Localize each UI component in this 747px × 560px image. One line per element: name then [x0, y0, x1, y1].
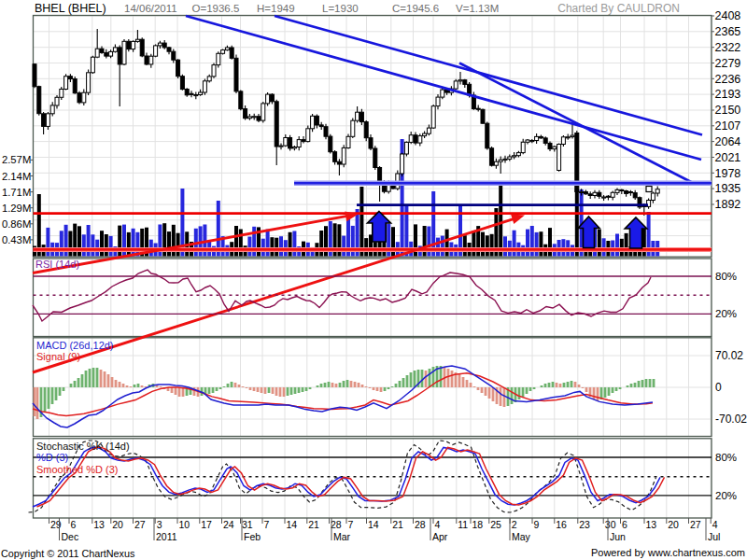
svg-text:Smoothed %D (3): Smoothed %D (3) — [36, 464, 118, 475]
svg-text:Charted By CAULDRON: Charted By CAULDRON — [557, 2, 680, 15]
svg-text:0.86M: 0.86M — [2, 218, 31, 230]
svg-text:RSI (14d): RSI (14d) — [35, 259, 79, 270]
svg-text:2.57M: 2.57M — [2, 154, 31, 165]
svg-text:29: 29 — [50, 519, 62, 530]
svg-text:0: 0 — [715, 381, 722, 394]
svg-text:1.71M: 1.71M — [2, 187, 31, 198]
svg-text:0.43M: 0.43M — [2, 234, 31, 245]
svg-text:13: 13 — [93, 519, 105, 530]
svg-text:17: 17 — [201, 519, 212, 530]
svg-text:1892: 1892 — [715, 198, 741, 211]
svg-text:2.14M: 2.14M — [2, 171, 31, 182]
svg-text:25: 25 — [490, 519, 501, 530]
svg-text:11: 11 — [458, 519, 468, 530]
svg-text:Signal (9): Signal (9) — [36, 351, 80, 362]
svg-text:9: 9 — [534, 519, 540, 530]
svg-text:6: 6 — [71, 519, 77, 530]
svg-text:27: 27 — [690, 519, 701, 530]
svg-text:80%: 80% — [715, 271, 737, 282]
svg-text:1.29M: 1.29M — [2, 203, 31, 214]
svg-text:4: 4 — [435, 519, 441, 530]
svg-text:Jun: Jun — [610, 531, 626, 542]
svg-text:23: 23 — [579, 519, 590, 530]
svg-text:30: 30 — [605, 519, 616, 530]
svg-text:2150: 2150 — [715, 104, 741, 117]
svg-text:21: 21 — [392, 519, 403, 530]
svg-text:Powered by www.chartnexus.com: Powered by www.chartnexus.com — [591, 547, 745, 558]
svg-text:2236: 2236 — [715, 73, 741, 86]
svg-text:Mar: Mar — [333, 531, 351, 542]
svg-text:Copyright © 2011 ChartNexus: Copyright © 2011 ChartNexus — [1, 548, 135, 559]
svg-text:80%: 80% — [715, 452, 737, 463]
svg-text:20%: 20% — [715, 308, 737, 319]
svg-text:7: 7 — [348, 519, 354, 530]
svg-text:2193: 2193 — [715, 88, 741, 101]
svg-text:L=1930: L=1930 — [322, 3, 359, 14]
svg-text:2365: 2365 — [715, 25, 741, 38]
svg-text:24: 24 — [223, 519, 234, 530]
svg-text:2064: 2064 — [715, 135, 741, 148]
svg-text:70.02: 70.02 — [715, 349, 743, 362]
svg-text:14: 14 — [368, 519, 379, 530]
svg-text:10: 10 — [179, 519, 190, 530]
svg-text:O=1936.5: O=1936.5 — [192, 3, 240, 14]
svg-text:2021: 2021 — [715, 151, 741, 164]
svg-text:Stochastic %K (14d): Stochastic %K (14d) — [36, 441, 130, 452]
svg-text:13: 13 — [646, 519, 657, 530]
svg-text:H=1949: H=1949 — [257, 3, 295, 14]
svg-text:V=1.13M: V=1.13M — [456, 3, 499, 14]
svg-text:3: 3 — [157, 519, 162, 530]
svg-text:16: 16 — [556, 519, 567, 530]
svg-text:2107: 2107 — [715, 119, 741, 133]
svg-text:20: 20 — [112, 519, 123, 530]
svg-text:2: 2 — [512, 519, 517, 530]
svg-text:2322: 2322 — [715, 41, 741, 54]
svg-text:2279: 2279 — [715, 57, 741, 70]
svg-text:28: 28 — [331, 519, 342, 530]
svg-text:28: 28 — [415, 519, 426, 530]
svg-text:4: 4 — [712, 519, 718, 530]
svg-text:14/06/2011: 14/06/2011 — [124, 3, 177, 14]
svg-text:2011: 2011 — [156, 531, 177, 542]
svg-text:7: 7 — [264, 519, 270, 530]
svg-text:C=1945.6: C=1945.6 — [392, 3, 439, 14]
svg-text:20: 20 — [668, 519, 679, 530]
svg-text:14: 14 — [287, 519, 298, 530]
svg-text:%D (3): %D (3) — [36, 452, 68, 463]
svg-text:31: 31 — [242, 519, 253, 530]
svg-text:1935: 1935 — [715, 182, 741, 195]
svg-text:21: 21 — [308, 519, 319, 530]
svg-text:BHEL (BHEL): BHEL (BHEL) — [35, 2, 106, 15]
svg-text:-70.02: -70.02 — [715, 413, 747, 426]
svg-text:MACD (26d,12d): MACD (26d,12d) — [36, 340, 114, 351]
svg-text:27: 27 — [134, 519, 146, 530]
svg-text:Feb: Feb — [244, 531, 261, 542]
svg-text:Dec: Dec — [62, 531, 79, 542]
svg-text:Apr: Apr — [432, 531, 448, 542]
svg-text:Jul: Jul — [708, 531, 720, 542]
svg-text:2408: 2408 — [715, 9, 741, 22]
svg-text:20%: 20% — [715, 490, 737, 501]
svg-text:May: May — [512, 531, 531, 542]
svg-text:6: 6 — [622, 519, 627, 530]
svg-text:1978: 1978 — [715, 167, 741, 180]
svg-text:18: 18 — [472, 519, 484, 530]
